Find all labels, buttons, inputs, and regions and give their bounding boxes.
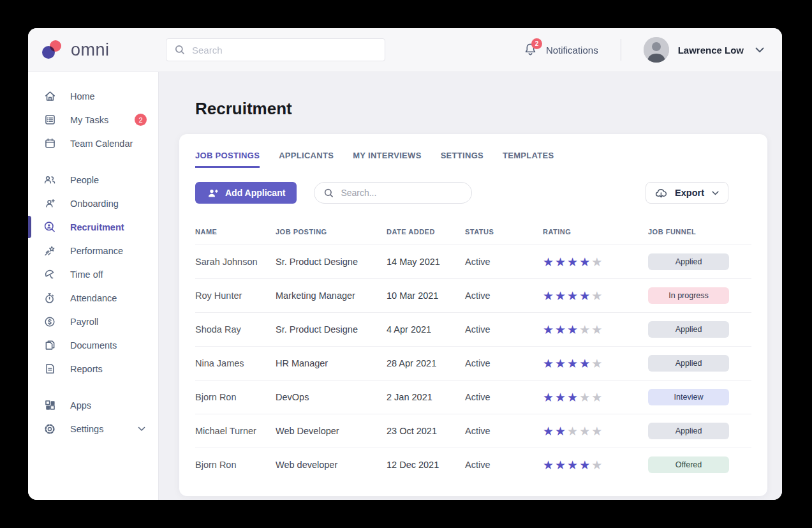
cell-date-added: 10 Mar 2021 [387, 290, 465, 301]
sidebar-item-apps[interactable]: Apps [28, 393, 158, 417]
rating-stars[interactable]: ★★★★★ [543, 459, 648, 471]
cell-status: Active [465, 358, 543, 368]
sidebar-item-documents[interactable]: Documents [28, 333, 158, 357]
cell-date-added: 14 May 2021 [387, 257, 465, 267]
funnel-badge[interactable]: Applied [648, 253, 729, 270]
brand-name: omni [71, 40, 110, 60]
search-icon [174, 44, 186, 56]
cell-job-posting: Sr. Product Designe [276, 324, 387, 335]
stopwatch-icon [43, 292, 56, 305]
table-header-row: NAME JOB POSTING DATE ADDED STATUS RATIN… [195, 219, 751, 245]
cell-status: Active [465, 324, 543, 335]
table-row[interactable]: Nina James HR Manager 28 Apr 2021 Active… [195, 346, 751, 380]
funnel-badge[interactable]: Applied [648, 321, 729, 338]
cell-date-added: 2 Jan 2021 [387, 392, 465, 402]
cell-name: Sarah Johnson [195, 257, 276, 267]
sidebar-item-recruitment[interactable]: Recruitment [28, 215, 158, 239]
sidebar-item-onboarding[interactable]: Onboarding [28, 192, 158, 215]
sidebar-item-home[interactable]: Home [28, 84, 158, 108]
user-name: Lawrence Low [678, 45, 744, 56]
cell-name: Nina James [195, 358, 276, 368]
funnel-badge[interactable]: Applied [648, 355, 729, 372]
report-icon [43, 363, 56, 375]
cell-name: Shoda Ray [195, 324, 276, 335]
calendar-icon [43, 137, 56, 150]
cell-status: Active [465, 426, 543, 436]
table-row[interactable]: Sarah Johnson Sr. Product Designe 14 May… [195, 245, 751, 278]
col-header-job-posting: JOB POSTING [276, 228, 387, 236]
sidebar-item-reports[interactable]: Reports [28, 357, 158, 381]
rating-stars[interactable]: ★★★★★ [543, 391, 648, 404]
tab-my-interviews[interactable]: MY INTERVIEWS [353, 151, 421, 168]
funnel-badge[interactable]: In progress [648, 287, 729, 304]
cell-status: Active [465, 392, 543, 402]
sidebar-item-attendance[interactable]: Attendance [28, 286, 158, 310]
sidebar-item-settings[interactable]: Settings [28, 417, 158, 441]
table-row[interactable]: Roy Hunter Marketing Manager 10 Mar 2021… [195, 278, 751, 312]
cell-name: Bjorn Ron [195, 460, 276, 470]
sidebar-item-people[interactable]: People [28, 168, 158, 192]
table-search-input[interactable] [341, 188, 462, 198]
apps-icon [43, 399, 56, 412]
cell-name: Michael Turner [195, 426, 276, 436]
cell-date-added: 23 Oct 2021 [387, 426, 465, 436]
user-plus-icon [43, 197, 56, 210]
notifications-label: Notifications [546, 45, 598, 56]
rating-stars[interactable]: ★★★★★ [543, 425, 648, 437]
cell-name: Bjorn Ron [195, 392, 276, 402]
rating-stars[interactable]: ★★★★★ [543, 358, 648, 370]
table-row[interactable]: Michael Turner Web Developer 23 Oct 2021… [195, 414, 751, 448]
cell-job-posting: DevOps [276, 392, 387, 402]
main-content: Recruitment JOB POSTINGS APPLICANTS MY I… [159, 72, 782, 500]
recruitment-icon [43, 221, 56, 234]
tab-bar: JOB POSTINGS APPLICANTS MY INTERVIEWS SE… [195, 151, 751, 168]
table-search[interactable] [314, 182, 472, 204]
col-header-rating: RATING [543, 228, 648, 236]
people-icon [43, 174, 56, 186]
rating-stars[interactable]: ★★★★★ [543, 256, 648, 268]
sidebar-item-payroll[interactable]: Payroll [28, 310, 158, 333]
funnel-badge[interactable]: Inteview [648, 389, 729, 405]
rating-stars[interactable]: ★★★★★ [543, 324, 648, 336]
topbar-divider [621, 39, 621, 61]
tab-templates[interactable]: TEMPLATES [503, 151, 554, 168]
tab-job-postings[interactable]: JOB POSTINGS [195, 151, 260, 168]
cell-job-posting: Marketing Manager [276, 290, 387, 301]
sidebar-item-my-tasks[interactable]: My Tasks 2 [28, 108, 158, 132]
sidebar-item-team-calendar[interactable]: Team Calendar [28, 132, 158, 155]
sidebar-item-performance[interactable]: Performance [28, 239, 158, 262]
page-title: Recruitment [195, 99, 782, 119]
table-row[interactable]: Bjorn Ron Web developer 12 Dec 2021 Acti… [195, 448, 751, 481]
search-icon [323, 188, 334, 199]
global-search[interactable] [166, 38, 385, 61]
export-button[interactable]: Export [646, 182, 728, 204]
global-search-input[interactable] [192, 45, 377, 56]
performance-icon [43, 245, 56, 257]
cell-job-posting: Web developer [276, 460, 387, 470]
chevron-down-icon[interactable] [755, 47, 764, 53]
tab-applicants[interactable]: APPLICANTS [279, 151, 334, 168]
active-indicator [28, 216, 31, 238]
rating-stars[interactable]: ★★★★★ [543, 290, 648, 302]
tab-settings[interactable]: SETTINGS [441, 151, 484, 168]
add-applicant-button[interactable]: Add Applicant [195, 182, 297, 204]
table-row[interactable]: Bjorn Ron DevOps 2 Jan 2021 Active ★★★★★… [195, 380, 751, 414]
sidebar: Home My Tasks 2 Team Calendar [28, 72, 159, 500]
col-header-date-added: DATE ADDED [387, 228, 465, 236]
avatar[interactable] [644, 37, 669, 63]
table-row[interactable]: Shoda Ray Sr. Product Designe 4 Apr 2021… [195, 312, 751, 346]
dollar-icon [43, 315, 56, 328]
cell-name: Roy Hunter [195, 290, 276, 301]
app-window: omni 2 Notifications Lawrence [28, 28, 782, 500]
sidebar-item-time-off[interactable]: Time off [28, 262, 158, 286]
funnel-badge[interactable]: Applied [648, 423, 729, 439]
cell-status: Active [465, 460, 543, 470]
cell-date-added: 4 Apr 2021 [387, 324, 465, 335]
cell-status: Active [465, 290, 543, 301]
cell-status: Active [465, 257, 543, 267]
funnel-badge[interactable]: Offered [648, 456, 729, 473]
notifications-button[interactable]: 2 Notifications [523, 41, 598, 58]
applicants-table: NAME JOB POSTING DATE ADDED STATUS RATIN… [195, 219, 751, 481]
cell-date-added: 12 Dec 2021 [387, 460, 465, 470]
cell-job-posting: Sr. Product Designe [276, 257, 387, 267]
